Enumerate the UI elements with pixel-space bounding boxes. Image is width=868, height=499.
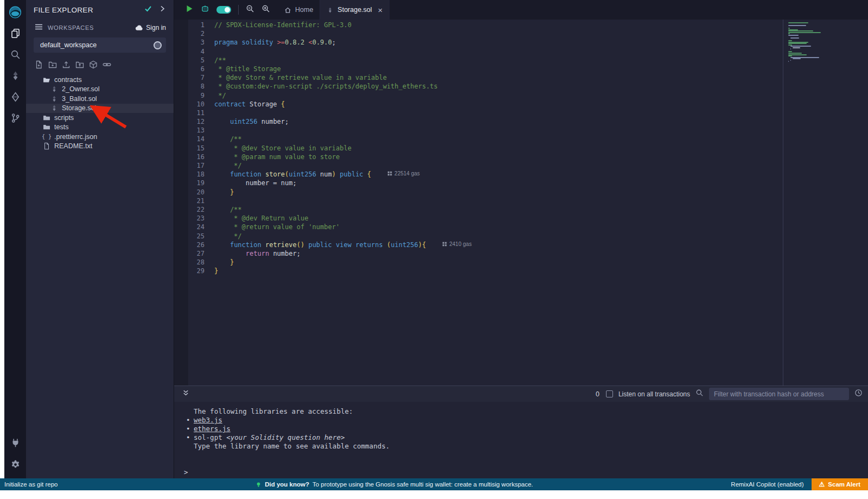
file-explorer-title: FILE EXPLORER xyxy=(34,6,138,14)
terminal-link[interactable]: ethers.js xyxy=(194,425,231,433)
line-number: 4 xyxy=(188,48,205,56)
tab-storage-sol[interactable]: Storage.sol × xyxy=(320,0,390,20)
clone-link-icon[interactable] xyxy=(103,60,112,70)
cloud-icon xyxy=(135,24,143,31)
zoom-out-icon[interactable] xyxy=(246,4,254,15)
transaction-count: 0 xyxy=(596,390,599,398)
line-number: 23 xyxy=(188,214,205,223)
upload-file-icon[interactable] xyxy=(62,60,71,70)
file-item-contracts[interactable]: contracts xyxy=(26,75,174,85)
file-item-2-owner-sol[interactable]: 2_Owner.sol xyxy=(26,85,174,94)
code-line-14: /** xyxy=(214,135,781,144)
hamburger-menu-icon[interactable] xyxy=(35,23,43,33)
history-clock-icon[interactable] xyxy=(854,389,863,399)
workspace-options-icon[interactable] xyxy=(154,41,162,49)
file-item-readme-txt[interactable]: README.txt xyxy=(26,142,174,151)
filter-input[interactable] xyxy=(709,388,849,400)
run-script-button[interactable] xyxy=(185,4,194,15)
scam-alert-button[interactable]: ⚠ Scam Alert xyxy=(812,478,868,490)
settings-icon[interactable] xyxy=(9,458,22,471)
solidity-icon xyxy=(50,94,59,103)
close-tab-icon[interactable]: × xyxy=(378,6,383,14)
line-number: 26 xyxy=(188,241,205,250)
expand-terminal-icon[interactable] xyxy=(182,389,190,399)
icon-sidebar-bottom xyxy=(9,436,22,478)
tab-label: Storage.sol xyxy=(337,6,372,14)
main-area: Home Storage.sol × 123456789101112131415… xyxy=(174,0,868,478)
zoom-in-icon[interactable] xyxy=(261,4,270,15)
code-line-21 xyxy=(214,197,781,206)
terminal-line: •web3.js xyxy=(182,416,868,425)
tab-home[interactable]: Home xyxy=(278,0,320,20)
file-explorer-icon[interactable] xyxy=(9,27,22,40)
solidity-icon xyxy=(50,104,59,112)
code-editor[interactable]: 1234567891011121314151617181920212223242… xyxy=(174,20,868,386)
check-icon[interactable] xyxy=(144,5,152,15)
line-number: 13 xyxy=(188,127,205,135)
new-file-icon[interactable] xyxy=(35,60,44,70)
workspaces-row: WORKSPACES Sign in xyxy=(26,20,174,36)
bullet: • xyxy=(186,425,190,433)
folder-icon xyxy=(42,123,51,131)
git-init-button[interactable]: Initialize as git repo xyxy=(0,481,58,488)
publish-box-icon[interactable] xyxy=(89,60,98,70)
file-item-scripts[interactable]: scripts xyxy=(26,113,174,123)
remix-ai-icon[interactable] xyxy=(201,4,209,15)
terminal-line: The following libraries are accessible: xyxy=(182,407,868,416)
git-icon[interactable] xyxy=(9,111,22,124)
sign-in-button[interactable]: Sign in xyxy=(135,24,166,31)
solidity-compiler-icon[interactable] xyxy=(9,69,22,82)
minimap-line xyxy=(788,61,789,62)
terminal[interactable]: The following libraries are accessible:•… xyxy=(174,402,868,478)
terminal-toolbar: 0 Listen on all transactions xyxy=(174,386,868,402)
plugin-manager-icon[interactable] xyxy=(9,436,22,449)
terminal-text: Type the library name to see available c… xyxy=(194,442,390,450)
minimap[interactable] xyxy=(783,20,868,386)
new-folder-icon[interactable] xyxy=(48,60,58,70)
minimap-line xyxy=(788,25,806,26)
deploy-run-icon[interactable] xyxy=(9,90,22,103)
file-explorer-toolbar xyxy=(26,59,174,74)
listen-label: Listen on all transactions xyxy=(618,390,690,398)
line-number: 8 xyxy=(188,83,205,91)
line-number: 17 xyxy=(188,162,205,170)
remix-logo-icon[interactable] xyxy=(9,5,22,18)
code-line-4 xyxy=(214,48,781,56)
minimap-line xyxy=(788,55,792,56)
line-number: 16 xyxy=(188,153,205,162)
file-item-tests[interactable]: tests xyxy=(26,123,174,132)
copilot-toggle[interactable] xyxy=(216,6,231,14)
minimap-content xyxy=(788,22,868,62)
status-bar: Initialize as git repo Did you know? To … xyxy=(0,478,868,490)
code-line-5: /** xyxy=(214,56,781,65)
file-item-3-ballot-sol[interactable]: 3_Ballot.sol xyxy=(26,94,174,104)
terminal-link[interactable]: web3.js xyxy=(194,416,222,424)
minimap-line xyxy=(788,28,790,29)
file-explorer-header: FILE EXPLORER xyxy=(26,0,174,20)
file-label: Storage.sol xyxy=(62,104,96,112)
workspace-select[interactable]: default_workspace xyxy=(34,37,166,53)
line-number: 15 xyxy=(188,144,205,153)
line-number: 28 xyxy=(188,258,205,267)
workspace-selected-value: default_workspace xyxy=(40,41,154,49)
bullet: • xyxy=(186,416,190,425)
scam-alert-label: Scam Alert xyxy=(828,481,860,488)
listen-checkbox[interactable] xyxy=(606,390,613,397)
icon-sidebar xyxy=(4,0,26,478)
tab-bar: Home Storage.sol × xyxy=(278,0,390,20)
copilot-status[interactable]: RemixAI Copilot (enabled) xyxy=(731,481,803,488)
file-item--prettierrc-json[interactable]: { }.prettierrc.json xyxy=(26,132,174,142)
code-line-22: /** xyxy=(214,206,781,214)
line-number: 3 xyxy=(188,39,205,47)
chevron-right-icon[interactable] xyxy=(158,5,166,15)
upload-folder-icon[interactable] xyxy=(75,60,85,70)
terminal-search-icon[interactable] xyxy=(695,389,704,399)
code-line-27: return number; xyxy=(214,250,781,258)
file-item-storage-sol[interactable]: Storage.sol xyxy=(26,104,174,113)
search-icon[interactable] xyxy=(9,48,22,61)
code-line-24: * @return value of 'number' xyxy=(214,223,781,232)
minimap-line xyxy=(788,27,868,28)
folder-icon xyxy=(42,113,51,122)
code-line-29: } xyxy=(214,267,781,276)
line-number: 20 xyxy=(188,188,205,197)
